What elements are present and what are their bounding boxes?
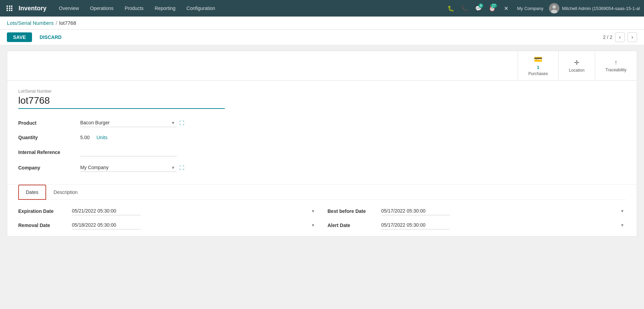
- breadcrumb-separator: /: [56, 20, 57, 26]
- purchases-label: Purchases: [528, 71, 548, 76]
- action-bar: SAVE DISCARD 2 / 2 ‹ ›: [0, 30, 644, 45]
- internal-ref-input[interactable]: [80, 148, 177, 156]
- avatar[interactable]: [549, 3, 559, 13]
- tab-description[interactable]: Description: [46, 185, 85, 200]
- smart-btn-location[interactable]: ✛ Location: [558, 51, 595, 80]
- form-grid: Product Bacon Burger ▼ ⛶ Quantity 5.00 U…: [18, 117, 259, 173]
- company-select[interactable]: My Company: [80, 163, 177, 172]
- app-brand[interactable]: Inventory: [19, 5, 46, 12]
- expiration-date-row: Expiration Date ▼: [18, 207, 317, 215]
- svg-point-1: [552, 5, 556, 9]
- company-label: Company: [18, 162, 80, 173]
- quantity-value[interactable]: 5.00: [80, 135, 89, 140]
- phone-icon[interactable]: 📞: [459, 3, 470, 14]
- alert-date-row: Alert Date ▼: [328, 221, 626, 229]
- activities-badge: 27: [490, 3, 497, 8]
- smart-buttons-row: 💳 1 Purchases ✛ Location ↑ Traceability: [7, 51, 637, 81]
- company-external-link[interactable]: ⛶: [179, 165, 184, 171]
- company-select-wrapper: My Company ▼: [80, 163, 177, 172]
- prev-record-button[interactable]: ‹: [615, 32, 625, 42]
- dates-grid: Expiration Date ▼ Best before Date ▼: [18, 200, 626, 236]
- lot-serial-label: Lot/Serial Number: [18, 89, 626, 94]
- product-field: Bacon Burger ▼ ⛶: [80, 117, 259, 128]
- breadcrumb-current: lot7768: [59, 20, 76, 26]
- tab-dates[interactable]: Dates: [18, 185, 46, 200]
- traceability-icon: ↑: [614, 59, 617, 66]
- removal-date-label: Removal Date: [18, 223, 66, 228]
- bug-icon[interactable]: 🐛: [445, 3, 456, 14]
- settings-icon[interactable]: ✕: [500, 3, 511, 14]
- quantity-label: Quantity: [18, 133, 80, 142]
- best-before-input[interactable]: [381, 207, 450, 215]
- product-select[interactable]: Bacon Burger: [80, 119, 177, 127]
- breadcrumb-parent[interactable]: Lots/Serial Numbers: [7, 20, 54, 26]
- messages-badge: 8: [478, 3, 483, 8]
- discard-button[interactable]: DISCARD: [35, 32, 66, 42]
- best-before-wrapper: ▼: [381, 207, 626, 215]
- nav-item-products[interactable]: Products: [119, 0, 149, 17]
- pagination: 2 / 2 ‹ ›: [603, 32, 637, 42]
- tabs-section: Dates Description Expiration Date ▼: [7, 184, 637, 236]
- grid-menu-icon[interactable]: [4, 3, 15, 14]
- product-select-wrapper: Bacon Burger ▼: [80, 119, 177, 127]
- purchases-count: 1: [537, 65, 539, 70]
- breadcrumb: Lots/Serial Numbers / lot7768: [0, 17, 644, 30]
- purchases-icon: 💳: [534, 55, 542, 63]
- best-before-date-row: Best before Date ▼: [328, 207, 626, 215]
- nav-item-overview[interactable]: Overview: [53, 0, 84, 17]
- next-record-button[interactable]: ›: [627, 32, 637, 42]
- smart-btn-purchases[interactable]: 💳 1 Purchases: [518, 51, 558, 80]
- save-button[interactable]: SAVE: [7, 32, 32, 42]
- alert-date-arrow: ▼: [620, 223, 624, 228]
- alert-date-input[interactable]: [381, 221, 450, 229]
- product-external-link[interactable]: ⛶: [179, 120, 184, 126]
- quantity-uom: Units: [96, 135, 107, 140]
- location-icon: ✛: [574, 59, 579, 66]
- topnav: Inventory Overview Operations Products R…: [0, 0, 644, 17]
- expiration-date-input[interactable]: [72, 207, 140, 215]
- record-card: 💳 1 Purchases ✛ Location ↑ Traceability …: [7, 51, 637, 237]
- expiration-date-arrow: ▼: [311, 209, 315, 214]
- best-before-arrow: ▼: [620, 209, 624, 214]
- company-field: My Company ▼ ⛶: [80, 162, 259, 173]
- expiration-date-label: Expiration Date: [18, 208, 66, 214]
- form-area: Lot/Serial Number lot7768 Product Bacon …: [7, 81, 637, 184]
- alert-date-label: Alert Date: [328, 223, 376, 228]
- removal-date-input[interactable]: [72, 221, 140, 229]
- smart-btn-traceability[interactable]: ↑ Traceability: [595, 51, 637, 80]
- removal-date-arrow: ▼: [311, 223, 315, 228]
- messages-icon[interactable]: 💬 8: [473, 3, 484, 14]
- quantity-field: 5.00 Units: [80, 133, 259, 142]
- activities-icon[interactable]: ⏰ 27: [487, 3, 498, 14]
- nav-item-operations[interactable]: Operations: [84, 0, 119, 17]
- internal-ref-field: [80, 146, 259, 158]
- nav-item-configuration[interactable]: Configuration: [181, 0, 221, 17]
- page-counter: 2 / 2: [603, 34, 612, 40]
- alert-date-wrapper: ▼: [381, 221, 626, 229]
- main-menu: Overview Operations Products Reporting C…: [53, 0, 445, 17]
- nav-item-reporting[interactable]: Reporting: [149, 0, 181, 17]
- removal-date-wrapper: ▼: [72, 221, 317, 229]
- topnav-right: 🐛 📞 💬 8 ⏰ 27 ✕ My Company Mitchell Admin…: [445, 3, 640, 14]
- product-label: Product: [18, 117, 80, 128]
- expiration-date-wrapper: ▼: [72, 207, 317, 215]
- main-content: 💳 1 Purchases ✛ Location ↑ Traceability …: [0, 45, 644, 242]
- lot-serial-value[interactable]: lot7768: [18, 95, 225, 109]
- traceability-label: Traceability: [605, 68, 626, 72]
- best-before-label: Best before Date: [328, 208, 376, 214]
- location-label: Location: [569, 68, 584, 73]
- company-name: My Company: [517, 6, 543, 11]
- internal-ref-label: Internal Reference: [18, 146, 80, 158]
- tabs-row: Dates Description: [18, 185, 626, 200]
- removal-date-row: Removal Date ▼: [18, 221, 317, 229]
- username: Mitchell Admin (15369054-saas-15-1-al: [562, 6, 640, 11]
